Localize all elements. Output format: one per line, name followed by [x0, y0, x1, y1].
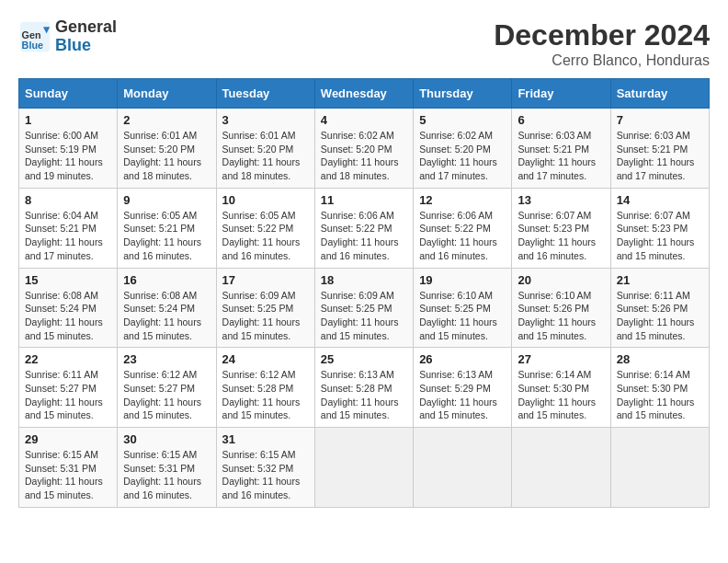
- title-area: December 2024 Cerro Blanco, Honduras: [494, 18, 710, 69]
- day-info: Sunrise: 6:09 AM Sunset: 5:25 PM Dayligh…: [222, 289, 309, 343]
- day-number: 4: [321, 113, 407, 127]
- day-info: Sunrise: 6:06 AM Sunset: 5:22 PM Dayligh…: [321, 209, 407, 263]
- day-number: 10: [222, 193, 309, 207]
- day-info: Sunrise: 6:07 AM Sunset: 5:23 PM Dayligh…: [518, 209, 604, 263]
- day-info: Sunrise: 6:01 AM Sunset: 5:20 PM Dayligh…: [123, 129, 210, 183]
- logo-icon: Gen Blue: [18, 20, 51, 53]
- day-info: Sunrise: 6:03 AM Sunset: 5:21 PM Dayligh…: [518, 129, 604, 183]
- day-number: 22: [25, 352, 111, 366]
- day-number: 30: [123, 432, 210, 446]
- calendar-week-2: 8Sunrise: 6:04 AM Sunset: 5:21 PM Daylig…: [19, 188, 710, 268]
- table-row: 18Sunrise: 6:09 AM Sunset: 5:25 PM Dayli…: [314, 268, 413, 348]
- day-info: Sunrise: 6:09 AM Sunset: 5:25 PM Dayligh…: [321, 289, 407, 343]
- table-row: 1Sunrise: 6:00 AM Sunset: 5:19 PM Daylig…: [19, 109, 118, 189]
- table-row: [512, 428, 610, 508]
- table-row: 22Sunrise: 6:11 AM Sunset: 5:27 PM Dayli…: [19, 348, 118, 428]
- calendar-header-row: Sunday Monday Tuesday Wednesday Thursday…: [19, 79, 710, 109]
- day-info: Sunrise: 6:11 AM Sunset: 5:27 PM Dayligh…: [25, 368, 111, 422]
- day-info: Sunrise: 6:11 AM Sunset: 5:26 PM Dayligh…: [617, 289, 703, 343]
- table-row: [314, 428, 413, 508]
- table-row: 28Sunrise: 6:14 AM Sunset: 5:30 PM Dayli…: [610, 348, 709, 428]
- day-info: Sunrise: 6:13 AM Sunset: 5:29 PM Dayligh…: [419, 368, 506, 422]
- table-row: 7Sunrise: 6:03 AM Sunset: 5:21 PM Daylig…: [610, 109, 709, 189]
- table-row: 6Sunrise: 6:03 AM Sunset: 5:21 PM Daylig…: [512, 109, 610, 189]
- day-number: 17: [222, 273, 309, 287]
- table-row: 14Sunrise: 6:07 AM Sunset: 5:23 PM Dayli…: [610, 188, 709, 268]
- table-row: 26Sunrise: 6:13 AM Sunset: 5:29 PM Dayli…: [414, 348, 512, 428]
- day-number: 13: [518, 193, 604, 207]
- day-info: Sunrise: 6:00 AM Sunset: 5:19 PM Dayligh…: [25, 129, 111, 183]
- table-row: 16Sunrise: 6:08 AM Sunset: 5:24 PM Dayli…: [118, 268, 216, 348]
- day-info: Sunrise: 6:05 AM Sunset: 5:21 PM Dayligh…: [123, 209, 210, 263]
- day-info: Sunrise: 6:07 AM Sunset: 5:23 PM Dayligh…: [617, 209, 703, 263]
- calendar-subtitle: Cerro Blanco, Honduras: [494, 52, 710, 69]
- day-number: 18: [321, 273, 407, 287]
- table-row: 9Sunrise: 6:05 AM Sunset: 5:21 PM Daylig…: [118, 188, 216, 268]
- day-info: Sunrise: 6:14 AM Sunset: 5:30 PM Dayligh…: [518, 368, 604, 422]
- day-info: Sunrise: 6:10 AM Sunset: 5:26 PM Dayligh…: [518, 289, 604, 343]
- table-row: 29Sunrise: 6:15 AM Sunset: 5:31 PM Dayli…: [19, 428, 118, 508]
- day-number: 16: [123, 273, 210, 287]
- logo-blue: Blue: [55, 37, 117, 55]
- table-row: 23Sunrise: 6:12 AM Sunset: 5:27 PM Dayli…: [118, 348, 216, 428]
- day-info: Sunrise: 6:14 AM Sunset: 5:30 PM Dayligh…: [617, 368, 703, 422]
- day-number: 3: [222, 113, 309, 127]
- day-info: Sunrise: 6:10 AM Sunset: 5:25 PM Dayligh…: [419, 289, 506, 343]
- table-row: 21Sunrise: 6:11 AM Sunset: 5:26 PM Dayli…: [610, 268, 709, 348]
- table-row: 12Sunrise: 6:06 AM Sunset: 5:22 PM Dayli…: [414, 188, 512, 268]
- day-number: 5: [419, 113, 506, 127]
- table-row: 19Sunrise: 6:10 AM Sunset: 5:25 PM Dayli…: [414, 268, 512, 348]
- calendar-table: Sunday Monday Tuesday Wednesday Thursday…: [18, 78, 710, 508]
- calendar-week-3: 15Sunrise: 6:08 AM Sunset: 5:24 PM Dayli…: [19, 268, 710, 348]
- col-friday: Friday: [512, 79, 610, 109]
- table-row: [610, 428, 709, 508]
- col-wednesday: Wednesday: [314, 79, 413, 109]
- calendar-week-1: 1Sunrise: 6:00 AM Sunset: 5:19 PM Daylig…: [19, 109, 710, 189]
- day-info: Sunrise: 6:02 AM Sunset: 5:20 PM Dayligh…: [321, 129, 407, 183]
- table-row: 3Sunrise: 6:01 AM Sunset: 5:20 PM Daylig…: [216, 109, 314, 189]
- col-saturday: Saturday: [610, 79, 709, 109]
- table-row: 30Sunrise: 6:15 AM Sunset: 5:31 PM Dayli…: [118, 428, 216, 508]
- day-number: 26: [419, 352, 506, 366]
- table-row: 5Sunrise: 6:02 AM Sunset: 5:20 PM Daylig…: [414, 109, 512, 189]
- table-row: 15Sunrise: 6:08 AM Sunset: 5:24 PM Dayli…: [19, 268, 118, 348]
- day-info: Sunrise: 6:08 AM Sunset: 5:24 PM Dayligh…: [123, 289, 210, 343]
- day-number: 25: [321, 352, 407, 366]
- day-info: Sunrise: 6:06 AM Sunset: 5:22 PM Dayligh…: [419, 209, 506, 263]
- table-row: 27Sunrise: 6:14 AM Sunset: 5:30 PM Dayli…: [512, 348, 610, 428]
- day-info: Sunrise: 6:08 AM Sunset: 5:24 PM Dayligh…: [25, 289, 111, 343]
- day-info: Sunrise: 6:12 AM Sunset: 5:27 PM Dayligh…: [123, 368, 210, 422]
- day-number: 19: [419, 273, 506, 287]
- table-row: 11Sunrise: 6:06 AM Sunset: 5:22 PM Dayli…: [314, 188, 413, 268]
- table-row: 17Sunrise: 6:09 AM Sunset: 5:25 PM Dayli…: [216, 268, 314, 348]
- col-sunday: Sunday: [19, 79, 118, 109]
- col-tuesday: Tuesday: [216, 79, 314, 109]
- day-info: Sunrise: 6:15 AM Sunset: 5:31 PM Dayligh…: [25, 448, 111, 502]
- calendar-week-4: 22Sunrise: 6:11 AM Sunset: 5:27 PM Dayli…: [19, 348, 710, 428]
- table-row: 24Sunrise: 6:12 AM Sunset: 5:28 PM Dayli…: [216, 348, 314, 428]
- table-row: 4Sunrise: 6:02 AM Sunset: 5:20 PM Daylig…: [314, 109, 413, 189]
- day-info: Sunrise: 6:05 AM Sunset: 5:22 PM Dayligh…: [222, 209, 309, 263]
- day-number: 2: [123, 113, 210, 127]
- day-info: Sunrise: 6:01 AM Sunset: 5:20 PM Dayligh…: [222, 129, 309, 183]
- day-number: 31: [222, 432, 309, 446]
- day-number: 20: [518, 273, 604, 287]
- logo: Gen Blue General Blue: [18, 18, 117, 55]
- table-row: 13Sunrise: 6:07 AM Sunset: 5:23 PM Dayli…: [512, 188, 610, 268]
- col-monday: Monday: [118, 79, 216, 109]
- day-number: 29: [25, 432, 111, 446]
- page-header: Gen Blue General Blue December 2024 Cerr…: [18, 18, 710, 69]
- day-info: Sunrise: 6:15 AM Sunset: 5:32 PM Dayligh…: [222, 448, 309, 502]
- day-number: 9: [123, 193, 210, 207]
- svg-text:Blue: Blue: [22, 39, 43, 50]
- table-row: [414, 428, 512, 508]
- day-number: 6: [518, 113, 604, 127]
- table-row: 10Sunrise: 6:05 AM Sunset: 5:22 PM Dayli…: [216, 188, 314, 268]
- day-info: Sunrise: 6:03 AM Sunset: 5:21 PM Dayligh…: [617, 129, 703, 183]
- table-row: 8Sunrise: 6:04 AM Sunset: 5:21 PM Daylig…: [19, 188, 118, 268]
- day-number: 27: [518, 352, 604, 366]
- day-number: 8: [25, 193, 111, 207]
- table-row: 25Sunrise: 6:13 AM Sunset: 5:28 PM Dayli…: [314, 348, 413, 428]
- day-number: 11: [321, 193, 407, 207]
- day-number: 15: [25, 273, 111, 287]
